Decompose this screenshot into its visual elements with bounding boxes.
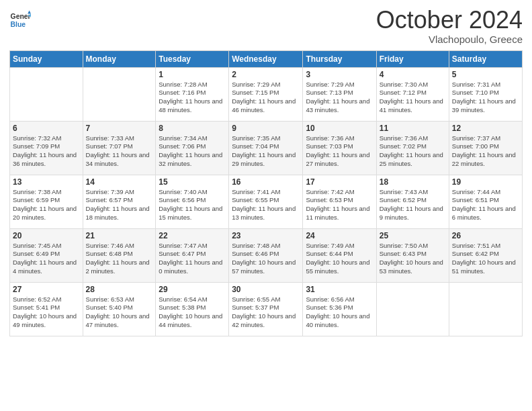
day-cell: 8Sunrise: 7:34 AM Sunset: 7:06 PM Daylig…	[156, 121, 229, 175]
calendar-body: 1Sunrise: 7:28 AM Sunset: 7:16 PM Daylig…	[10, 67, 523, 336]
day-number: 25	[380, 231, 446, 240]
week-row-1: 1Sunrise: 7:28 AM Sunset: 7:16 PM Daylig…	[10, 67, 523, 121]
day-number: 17	[306, 177, 373, 187]
day-number: 12	[452, 124, 519, 133]
week-row-2: 6Sunrise: 7:32 AM Sunset: 7:09 PM Daylig…	[10, 121, 523, 175]
day-cell	[376, 282, 449, 336]
day-cell: 26Sunrise: 7:51 AM Sunset: 6:42 PM Dayli…	[449, 228, 522, 282]
day-number: 22	[159, 231, 226, 240]
day-info: Sunrise: 7:37 AM Sunset: 7:00 PM Dayligh…	[452, 134, 519, 169]
day-info: Sunrise: 7:40 AM Sunset: 6:56 PM Dayligh…	[159, 188, 226, 222]
day-cell: 6Sunrise: 7:32 AM Sunset: 7:09 PM Daylig…	[10, 121, 83, 175]
day-cell: 2Sunrise: 7:29 AM Sunset: 7:15 PM Daylig…	[229, 67, 303, 121]
day-number: 19	[452, 177, 519, 187]
day-cell: 23Sunrise: 7:48 AM Sunset: 6:46 PM Dayli…	[229, 228, 303, 282]
day-cell	[83, 67, 156, 121]
day-cell: 22Sunrise: 7:47 AM Sunset: 6:47 PM Dayli…	[156, 228, 229, 282]
logo: General Blue	[9, 9, 31, 31]
logo-icon: General Blue	[9, 9, 31, 31]
day-cell: 20Sunrise: 7:45 AM Sunset: 6:49 PM Dayli…	[10, 228, 83, 282]
day-cell: 1Sunrise: 7:28 AM Sunset: 7:16 PM Daylig…	[156, 67, 229, 121]
day-info: Sunrise: 7:50 AM Sunset: 6:43 PM Dayligh…	[380, 242, 446, 276]
col-saturday: Saturday	[449, 50, 522, 67]
day-number: 26	[452, 231, 519, 240]
header-row: Sunday Monday Tuesday Wednesday Thursday…	[10, 50, 523, 67]
day-info: Sunrise: 7:34 AM Sunset: 7:06 PM Dayligh…	[159, 134, 226, 169]
day-info: Sunrise: 7:36 AM Sunset: 7:03 PM Dayligh…	[306, 134, 373, 169]
day-number: 9	[232, 124, 300, 133]
day-info: Sunrise: 7:48 AM Sunset: 6:46 PM Dayligh…	[232, 242, 300, 276]
col-monday: Monday	[83, 50, 156, 67]
day-info: Sunrise: 7:30 AM Sunset: 7:12 PM Dayligh…	[380, 81, 446, 115]
header: General Blue October 2024 Vlachopoulo, G…	[9, 7, 523, 45]
day-number: 4	[380, 70, 446, 79]
calendar-header: Sunday Monday Tuesday Wednesday Thursday…	[10, 50, 523, 67]
svg-marker-2	[28, 11, 31, 14]
col-wednesday: Wednesday	[229, 50, 303, 67]
day-cell: 10Sunrise: 7:36 AM Sunset: 7:03 PM Dayli…	[303, 121, 376, 175]
day-number: 7	[86, 124, 153, 133]
day-info: Sunrise: 6:56 AM Sunset: 5:36 PM Dayligh…	[306, 295, 373, 330]
day-cell: 18Sunrise: 7:43 AM Sunset: 6:52 PM Dayli…	[376, 175, 449, 228]
day-number: 13	[13, 177, 80, 187]
day-cell: 15Sunrise: 7:40 AM Sunset: 6:56 PM Dayli…	[156, 175, 229, 228]
day-cell: 28Sunrise: 6:53 AM Sunset: 5:40 PM Dayli…	[83, 282, 156, 336]
day-number: 15	[159, 177, 226, 187]
day-info: Sunrise: 7:45 AM Sunset: 6:49 PM Dayligh…	[13, 242, 80, 276]
day-number: 24	[306, 231, 373, 240]
day-number: 18	[380, 177, 446, 187]
col-thursday: Thursday	[303, 50, 376, 67]
day-info: Sunrise: 7:29 AM Sunset: 7:13 PM Dayligh…	[306, 81, 373, 115]
day-cell: 19Sunrise: 7:44 AM Sunset: 6:51 PM Dayli…	[449, 175, 522, 228]
day-info: Sunrise: 7:36 AM Sunset: 7:02 PM Dayligh…	[380, 134, 446, 169]
day-number: 14	[86, 177, 153, 187]
day-info: Sunrise: 7:42 AM Sunset: 6:53 PM Dayligh…	[306, 188, 373, 222]
day-cell: 4Sunrise: 7:30 AM Sunset: 7:12 PM Daylig…	[376, 67, 449, 121]
day-cell: 16Sunrise: 7:41 AM Sunset: 6:55 PM Dayli…	[229, 175, 303, 228]
day-info: Sunrise: 7:28 AM Sunset: 7:16 PM Dayligh…	[159, 81, 226, 115]
day-number: 6	[13, 124, 80, 133]
day-info: Sunrise: 7:38 AM Sunset: 6:59 PM Dayligh…	[13, 188, 80, 222]
day-cell: 3Sunrise: 7:29 AM Sunset: 7:13 PM Daylig…	[303, 67, 376, 121]
day-number: 23	[232, 231, 300, 240]
day-cell: 9Sunrise: 7:35 AM Sunset: 7:04 PM Daylig…	[229, 121, 303, 175]
day-cell	[10, 67, 83, 121]
day-number: 31	[306, 285, 373, 294]
day-info: Sunrise: 6:53 AM Sunset: 5:40 PM Dayligh…	[86, 295, 153, 330]
day-number: 20	[13, 231, 80, 240]
col-friday: Friday	[376, 50, 449, 67]
day-info: Sunrise: 6:54 AM Sunset: 5:38 PM Dayligh…	[159, 295, 226, 330]
day-number: 2	[232, 70, 300, 79]
day-cell: 21Sunrise: 7:46 AM Sunset: 6:48 PM Dayli…	[83, 228, 156, 282]
day-info: Sunrise: 7:29 AM Sunset: 7:15 PM Dayligh…	[232, 81, 300, 115]
day-info: Sunrise: 6:55 AM Sunset: 5:37 PM Dayligh…	[232, 295, 300, 330]
svg-text:General: General	[11, 13, 31, 20]
day-info: Sunrise: 7:41 AM Sunset: 6:55 PM Dayligh…	[232, 188, 300, 222]
day-info: Sunrise: 6:52 AM Sunset: 5:41 PM Dayligh…	[13, 295, 80, 330]
week-row-3: 13Sunrise: 7:38 AM Sunset: 6:59 PM Dayli…	[10, 175, 523, 228]
day-info: Sunrise: 7:35 AM Sunset: 7:04 PM Dayligh…	[232, 134, 300, 169]
svg-text:Blue: Blue	[11, 21, 26, 28]
day-cell: 29Sunrise: 6:54 AM Sunset: 5:38 PM Dayli…	[156, 282, 229, 336]
day-info: Sunrise: 7:51 AM Sunset: 6:42 PM Dayligh…	[452, 242, 519, 276]
day-cell: 14Sunrise: 7:39 AM Sunset: 6:57 PM Dayli…	[83, 175, 156, 228]
day-cell: 12Sunrise: 7:37 AM Sunset: 7:00 PM Dayli…	[449, 121, 522, 175]
day-number: 29	[159, 285, 226, 294]
day-number: 3	[306, 70, 373, 79]
day-number: 1	[159, 70, 226, 79]
day-cell: 7Sunrise: 7:33 AM Sunset: 7:07 PM Daylig…	[83, 121, 156, 175]
day-cell	[449, 282, 522, 336]
day-cell: 11Sunrise: 7:36 AM Sunset: 7:02 PM Dayli…	[376, 121, 449, 175]
col-sunday: Sunday	[10, 50, 83, 67]
day-info: Sunrise: 7:33 AM Sunset: 7:07 PM Dayligh…	[86, 134, 153, 169]
day-info: Sunrise: 7:49 AM Sunset: 6:44 PM Dayligh…	[306, 242, 373, 276]
day-number: 16	[232, 177, 300, 187]
day-number: 28	[86, 285, 153, 294]
day-number: 5	[452, 70, 519, 79]
day-info: Sunrise: 7:43 AM Sunset: 6:52 PM Dayligh…	[380, 188, 446, 222]
page: General Blue October 2024 Vlachopoulo, G…	[0, 0, 532, 411]
day-cell: 17Sunrise: 7:42 AM Sunset: 6:53 PM Dayli…	[303, 175, 376, 228]
day-info: Sunrise: 7:31 AM Sunset: 7:10 PM Dayligh…	[452, 81, 519, 115]
day-cell: 31Sunrise: 6:56 AM Sunset: 5:36 PM Dayli…	[303, 282, 376, 336]
title-block: October 2024 Vlachopoulo, Greece	[376, 7, 523, 45]
